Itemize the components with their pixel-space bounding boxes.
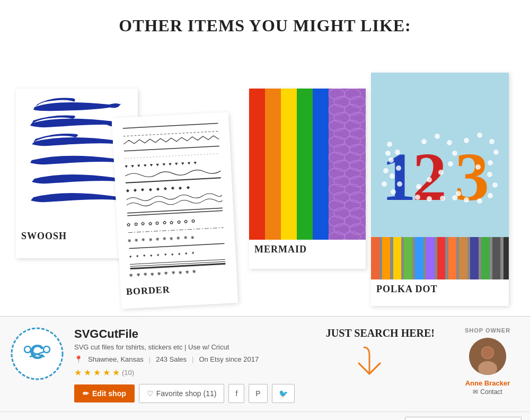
polkadot-label: POLKA DOT: [371, 279, 509, 299]
mermaid-image: [249, 89, 366, 240]
svg-point-78: [448, 161, 453, 167]
bottom-nav: Items (60) Reviews About Policies 🔍: [0, 412, 530, 420]
svg-line-7: [127, 208, 223, 213]
svg-point-72: [385, 151, 391, 156]
location-icon: 📍: [74, 355, 83, 363]
favorite-shop-label: Favorite shop (11): [156, 389, 217, 398]
meta-separator-2: |: [192, 355, 193, 363]
svg-point-97: [464, 197, 469, 203]
svg-point-87: [464, 138, 469, 143]
polkadot-image: 1 2: [371, 73, 509, 279]
pinterest-icon: P: [255, 389, 260, 398]
svg-line-8: [127, 211, 223, 215]
svg-point-79: [438, 170, 444, 175]
svg-line-10: [128, 228, 224, 232]
search-callout: JUST SEARCH HERE!: [315, 327, 445, 387]
svg-line-3: [125, 153, 220, 158]
svg-point-69: [391, 189, 396, 195]
svg-rect-19: [265, 89, 281, 240]
svg-point-68: [397, 181, 402, 187]
svg-point-71: [383, 168, 388, 173]
contact-label: Contact: [480, 388, 502, 396]
svg-text:◆ ◆ ◆ ◆ ◆ ◆ ◆ ◆ ◆: ◆ ◆ ◆ ◆ ◆ ◆ ◆ ◆ ◆: [126, 185, 191, 192]
mermaid-label: MERMAID: [249, 240, 366, 259]
star-1: ★: [74, 368, 82, 378]
shop-owner-section: SHOP OWNER Anne Bracker ✉ Contact: [456, 327, 519, 396]
svg-text:3: 3: [455, 138, 489, 215]
svg-point-82: [415, 195, 420, 200]
section-title: OTHER ITEMS YOU MIGHT LIKE:: [0, 0, 530, 46]
shop-location: Shawnee, Kansas: [88, 355, 144, 363]
svg-point-64: [395, 150, 400, 155]
edit-shop-label: Edit shop: [92, 389, 126, 398]
nav-policies[interactable]: Policies: [145, 412, 191, 420]
star-4: ★: [103, 368, 110, 378]
shop-logo: C: [11, 327, 64, 382]
svg-point-92: [475, 164, 481, 170]
svg-text:✦ ✦ ✦ ✦ ✦ ✦ ✦ ✦ ✦ ✦: ✦ ✦ ✦ ✦ ✦ ✦ ✦ ✦ ✦ ✦: [128, 251, 196, 259]
pencils-illustration: [371, 237, 509, 279]
owner-contact[interactable]: ✉ Contact: [473, 388, 502, 396]
pencil-icon: ✏: [83, 389, 89, 398]
svg-line-2: [124, 146, 219, 151]
svg-point-74: [421, 139, 427, 144]
svg-text:♥ ♥ ♥ ♥ ♥ ♥ ♥ ♥ ♥ ♥ ♥ ♥: ♥ ♥ ♥ ♥ ♥ ♥ ♥ ♥ ♥ ♥ ♥ ♥: [125, 160, 198, 169]
products-area: SWOOSH ♥ ♥ ♥ ♥ ♥ ♥ ♥ ♥ ♥ ♥ ♥ ♥ ◆ ◆ ◆ ◆ ◆…: [0, 46, 530, 317]
product-card-mermaid[interactable]: MERMAID: [249, 89, 366, 269]
svg-text:❋ ❋ ❋ ❋ ❋ ❋ ❋ ❋ ❋ ❋: ❋ ❋ ❋ ❋ ❋ ❋ ❋ ❋ ❋ ❋: [128, 235, 196, 243]
review-count: (10): [122, 369, 134, 377]
svg-rect-22: [313, 89, 329, 240]
svg-point-66: [396, 165, 401, 171]
shop-section: C SVGCutFile SVG cut files for tshirts, …: [0, 317, 530, 420]
search-bar-container: 🔍: [396, 413, 530, 421]
product-card-border[interactable]: ♥ ♥ ♥ ♥ ♥ ♥ ♥ ♥ ♥ ♥ ♥ ♥ ◆ ◆ ◆ ◆ ◆ ◆ ◆ ◆ …: [112, 112, 238, 309]
arrow-graphic: [326, 345, 435, 387]
svg-text:✿ ✿ ✿ ✿ ✿ ✿ ✿ ✿ ✿ ✿: ✿ ✿ ✿ ✿ ✿ ✿ ✿ ✿ ✿ ✿: [127, 218, 196, 228]
facebook-button[interactable]: f: [228, 384, 244, 403]
svg-line-5: [126, 178, 221, 182]
svg-point-80: [427, 177, 432, 182]
svg-line-0: [123, 124, 218, 128]
shop-name: SVGCutFile: [74, 327, 305, 341]
nav-about[interactable]: About: [104, 412, 145, 420]
heart-icon: ♡: [147, 389, 154, 398]
product-card-polkadot[interactable]: 1 2: [371, 73, 509, 306]
shop-details: SVGCutFile SVG cut files for tshirts, st…: [74, 327, 305, 403]
svg-point-95: [488, 193, 493, 198]
star-2: ★: [84, 368, 91, 378]
svg-point-84: [440, 196, 445, 201]
svg-point-98: [456, 191, 461, 196]
twitter-button[interactable]: 🐦: [272, 384, 295, 403]
shop-tagline: SVG cut files for tshirts, stickers etc …: [74, 343, 305, 351]
facebook-icon: f: [235, 389, 237, 398]
contact-icon: ✉: [473, 388, 478, 396]
svg-rect-18: [249, 89, 265, 240]
svg-point-70: [382, 181, 387, 187]
search-bar[interactable]: 🔍: [405, 417, 522, 421]
favorite-shop-button[interactable]: ♡ Favorite shop (11): [139, 384, 225, 403]
nav-items[interactable]: Items (60): [0, 412, 55, 420]
svg-rect-21: [297, 89, 313, 240]
svg-text:2: 2: [412, 138, 447, 215]
pinterest-button[interactable]: P: [249, 384, 267, 403]
nav-reviews[interactable]: Reviews: [55, 412, 104, 420]
owner-avatar: [469, 338, 506, 375]
svg-point-83: [427, 196, 432, 202]
star-5: ★: [112, 368, 120, 378]
meta-separator-1: |: [149, 355, 151, 363]
owner-name[interactable]: Anne Bracker: [465, 379, 510, 387]
svg-point-88: [477, 133, 482, 138]
svg-point-67: [390, 173, 395, 179]
shop-sales: 243 Sales: [156, 355, 187, 363]
shop-since: On Etsy since 2017: [199, 355, 259, 363]
shop-rating: ★ ★ ★ ★ ★ (10): [74, 368, 305, 378]
svg-line-12: [129, 243, 225, 248]
svg-text:✾ ✾ ✾ ✾ ✾ ✾ ✾ ✾ ✾ ✾: ✾ ✾ ✾ ✾ ✾ ✾ ✾ ✾ ✾ ✾: [129, 269, 197, 278]
edit-shop-button[interactable]: ✏ Edit shop: [74, 384, 135, 402]
shop-meta: 📍 Shawnee, Kansas | 243 Sales | On Etsy …: [74, 355, 305, 363]
svg-point-76: [447, 140, 452, 145]
shop-owner-label: SHOP OWNER: [465, 327, 510, 334]
svg-point-108: [482, 347, 493, 358]
svg-line-16: [130, 264, 226, 268]
svg-point-65: [388, 158, 394, 163]
